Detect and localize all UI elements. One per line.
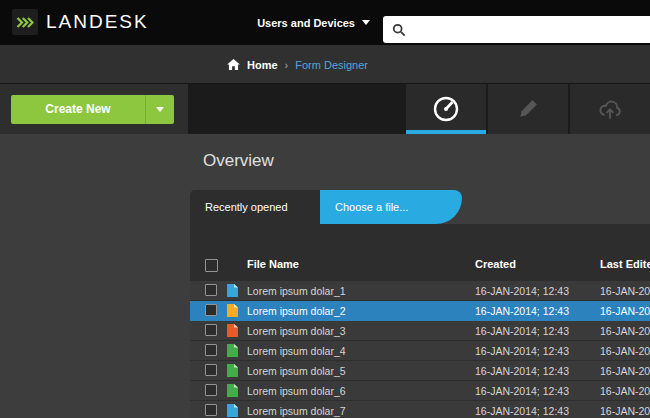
last-edited-date: 16-JAN-2014; 12:43 xyxy=(600,381,650,401)
tab-recently-opened[interactable]: Recently opened xyxy=(190,190,320,224)
search-input[interactable] xyxy=(413,23,650,37)
row-checkbox[interactable] xyxy=(205,344,217,356)
table-row[interactable]: Lorem ipsum dolar_4 16-JAN-2014; 12:43 1… xyxy=(190,341,650,361)
row-checkbox[interactable] xyxy=(205,364,217,376)
landesk-logo[interactable]: LANDESK xyxy=(12,9,149,35)
select-all-checkbox[interactable] xyxy=(205,259,218,272)
create-new-button[interactable]: Create New xyxy=(11,95,174,124)
table-row[interactable]: Lorem ipsum dolar_3 16-JAN-2014; 12:43 1… xyxy=(190,321,650,341)
created-date: 16-JAN-2014; 12:43 xyxy=(475,301,569,321)
table-row[interactable]: Lorem ipsum dolar_5 16-JAN-2014; 12:43 1… xyxy=(190,361,650,381)
toolbar-tabs xyxy=(406,84,650,134)
file-icon xyxy=(227,404,238,417)
file-icon xyxy=(227,324,238,337)
search-box xyxy=(383,16,650,43)
row-checkbox[interactable] xyxy=(205,404,217,416)
table-header: File Name Created Last Edited xyxy=(190,224,650,281)
row-checkbox[interactable] xyxy=(205,324,217,336)
breadcrumb-separator: › xyxy=(285,59,289,71)
file-name: Lorem ipsum dolar_2 xyxy=(247,301,346,321)
file-name: Lorem ipsum dolar_6 xyxy=(247,381,346,401)
created-date: 16-JAN-2014; 12:43 xyxy=(475,321,569,341)
users-devices-menu[interactable]: Users and Devices xyxy=(257,0,370,45)
last-edited-date: 16-JAN-2014; 12:43 xyxy=(600,281,650,301)
file-name: Lorem ipsum dolar_5 xyxy=(247,361,346,381)
row-checkbox[interactable] xyxy=(205,304,217,316)
tab-recently-opened-label: Recently opened xyxy=(205,201,288,213)
tab-upload[interactable] xyxy=(570,84,650,134)
last-edited-date: 16-JAN-2014; 12:43 xyxy=(600,401,650,418)
row-checkbox[interactable] xyxy=(205,284,217,296)
created-date: 16-JAN-2014; 12:43 xyxy=(475,281,569,301)
cloud-upload-icon xyxy=(596,98,624,120)
tab-choose-file-label: Choose a file... xyxy=(335,201,408,213)
chevron-down-icon xyxy=(362,20,370,25)
tab-edit[interactable] xyxy=(488,84,568,134)
table-row[interactable]: Lorem ipsum dolar_7 16-JAN-2014; 12:43 1… xyxy=(190,401,650,418)
users-devices-label: Users and Devices xyxy=(257,17,355,29)
created-date: 16-JAN-2014; 12:43 xyxy=(475,361,569,381)
breadcrumb-current[interactable]: Form Designer xyxy=(295,59,368,71)
last-edited-date: 16-JAN-2014; 12:43 xyxy=(600,321,650,341)
row-checkbox[interactable] xyxy=(205,384,217,396)
file-name: Lorem ipsum dolar_1 xyxy=(247,281,346,301)
tab-dashboard[interactable] xyxy=(406,84,486,134)
last-edited-date: 16-JAN-2014; 12:43 xyxy=(600,341,650,361)
create-new-dropdown[interactable] xyxy=(145,95,174,124)
last-edited-date: 16-JAN-2014; 12:43 xyxy=(600,361,650,381)
breadcrumb: Home › Form Designer xyxy=(227,45,368,84)
last-edited-date: 16-JAN-2014; 12:43 xyxy=(600,301,650,321)
file-icon xyxy=(227,284,238,297)
column-header-file-name[interactable]: File Name xyxy=(247,258,299,270)
table-row[interactable]: Lorem ipsum dolar_1 16-JAN-2014; 12:43 1… xyxy=(190,281,650,301)
home-icon[interactable] xyxy=(227,59,240,70)
created-date: 16-JAN-2014; 12:43 xyxy=(475,341,569,361)
breadcrumb-bar: Home › Form Designer xyxy=(0,45,650,84)
gauge-icon xyxy=(431,94,461,124)
file-name: Lorem ipsum dolar_7 xyxy=(247,401,346,418)
table-row[interactable]: Lorem ipsum dolar_2 16-JAN-2014; 12:43 1… xyxy=(190,301,650,321)
column-header-created[interactable]: Created xyxy=(475,258,516,270)
file-icon xyxy=(227,384,238,397)
file-icon xyxy=(227,364,238,377)
pencil-icon xyxy=(516,97,540,121)
chevron-down-icon xyxy=(156,107,164,112)
file-icon xyxy=(227,344,238,357)
file-name: Lorem ipsum dolar_3 xyxy=(247,321,346,341)
toolbar: Create New xyxy=(0,84,650,134)
top-bar: LANDESK Users and Devices xyxy=(0,0,650,45)
search-icon xyxy=(392,23,406,37)
create-new-panel: Create New xyxy=(0,84,188,134)
landesk-logo-text: LANDESK xyxy=(46,11,149,33)
create-new-label: Create New xyxy=(11,95,145,124)
column-header-last-edited[interactable]: Last Edited xyxy=(600,258,650,270)
breadcrumb-home[interactable]: Home xyxy=(247,59,278,71)
table-row[interactable]: Lorem ipsum dolar_6 16-JAN-2014; 12:43 1… xyxy=(190,381,650,401)
tab-choose-file[interactable]: Choose a file... xyxy=(320,190,462,224)
page-title: Overview xyxy=(203,151,274,171)
file-icon xyxy=(227,304,238,317)
created-date: 16-JAN-2014; 12:43 xyxy=(475,401,569,418)
landesk-logo-icon xyxy=(12,9,38,35)
file-table: File Name Created Last Edited Lorem ipsu… xyxy=(190,224,650,418)
file-name: Lorem ipsum dolar_4 xyxy=(247,341,346,361)
created-date: 16-JAN-2014; 12:43 xyxy=(475,381,569,401)
